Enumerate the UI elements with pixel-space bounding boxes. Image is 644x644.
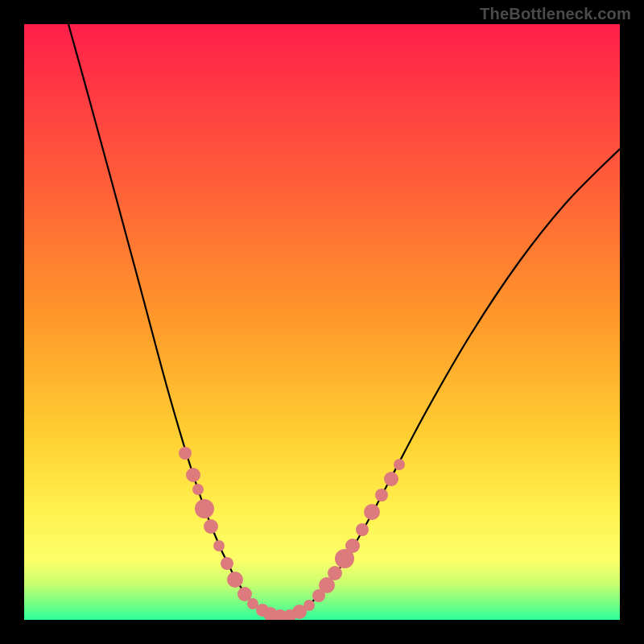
data-marker: [204, 519, 218, 534]
data-marker: [345, 539, 360, 553]
data-marker: [186, 468, 200, 482]
chart-svg: [24, 24, 620, 620]
data-marker: [394, 459, 405, 470]
data-marker: [356, 523, 369, 536]
data-marker: [195, 499, 214, 518]
data-marker: [221, 557, 233, 570]
data-marker: [227, 572, 243, 588]
data-marker: [375, 489, 388, 502]
data-marker: [192, 484, 204, 495]
data-marker: [213, 540, 225, 551]
watermark-label: TheBottleneck.com: [480, 5, 631, 23]
marker-group: [179, 447, 405, 620]
data-marker: [303, 600, 315, 611]
data-marker: [364, 504, 380, 520]
chart-area: [24, 24, 620, 620]
data-marker: [384, 472, 398, 486]
data-marker: [179, 447, 192, 460]
data-marker: [328, 566, 342, 580]
bottleneck-curve: [68, 24, 620, 617]
